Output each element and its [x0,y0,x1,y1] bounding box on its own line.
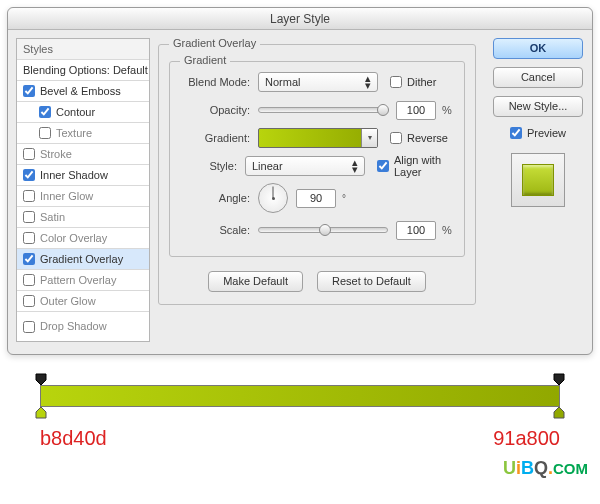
checkbox-color-overlay[interactable] [23,232,35,244]
checkbox-align-layer[interactable]: Align with Layer [377,154,454,178]
slider-scale[interactable] [258,227,388,233]
checkbox-dither-input[interactable] [390,76,402,88]
sidebar-item-stroke[interactable]: Stroke [17,144,149,165]
subgroup-title: Gradient [180,54,230,66]
checkbox-preview[interactable]: Preview [510,127,566,139]
slider-knob[interactable] [377,104,389,116]
row-opacity: Opacity: 100 % [180,96,454,124]
layer-style-dialog: Layer Style Styles Blending Options: Def… [7,7,593,355]
checkbox-outer-glow[interactable] [23,295,35,307]
checkbox-drop-shadow[interactable] [23,321,35,333]
svg-marker-1 [554,374,564,385]
sidebar-item-color-overlay[interactable]: Color Overlay [17,228,149,249]
sidebar-label: Blending Options: Default [23,60,148,81]
sidebar-item-outer-glow[interactable]: Outer Glow [17,291,149,312]
reset-default-button[interactable]: Reset to Default [317,271,426,292]
opacity-stop-left[interactable] [35,373,47,385]
label-style: Style: [180,160,245,172]
select-value: Normal [265,76,300,88]
checkbox-stroke[interactable] [23,148,35,160]
styles-sidebar: Styles Blending Options: Default Bevel &… [16,38,150,342]
chevrons-icon: ▴▾ [352,159,358,173]
dialog-body: Styles Blending Options: Default Bevel &… [8,30,592,354]
group-gradient-overlay: Gradient Overlay Gradient Blend Mode: No… [158,44,476,305]
color-stop-right[interactable] [553,407,565,419]
row-gradient: Gradient: ▾ Reverse [180,124,454,152]
sidebar-item-inner-shadow[interactable]: Inner Shadow [17,165,149,186]
ok-button[interactable]: OK [493,38,583,59]
sidebar-item-blending-options[interactable]: Blending Options: Default [17,60,149,81]
sidebar-label: Satin [40,207,65,228]
sidebar-label: Stroke [40,144,72,165]
input-angle[interactable]: 90 [296,189,336,208]
sidebar-header-styles[interactable]: Styles [17,39,149,60]
select-value: Linear [252,160,283,172]
checkbox-align-input[interactable] [377,160,389,172]
gradient-editor [40,385,560,407]
checkbox-reverse-label: Reverse [407,132,448,144]
hex-labels: b8d40d 91a800 [40,427,560,450]
group-gradient: Gradient Blend Mode: Normal ▴▾ Dither Op… [169,61,465,257]
checkbox-dither[interactable]: Dither [390,76,436,88]
row-style: Style: Linear ▴▾ Align with Layer [180,152,454,180]
label-scale: Scale: [180,224,258,236]
checkbox-inner-glow[interactable] [23,190,35,202]
svg-marker-3 [554,407,564,418]
svg-marker-0 [36,374,46,385]
hex-left: b8d40d [40,427,107,450]
label-angle: Angle: [180,192,258,204]
sidebar-item-inner-glow[interactable]: Inner Glow [17,186,149,207]
window-title: Layer Style [8,8,592,30]
slider-knob[interactable] [319,224,331,236]
group-title: Gradient Overlay [169,37,260,49]
angle-dial[interactable] [258,183,288,213]
checkbox-satin[interactable] [23,211,35,223]
sidebar-item-satin[interactable]: Satin [17,207,149,228]
sidebar-item-drop-shadow[interactable]: Drop Shadow [17,312,149,341]
input-scale[interactable]: 100 [396,221,436,240]
checkbox-preview-input[interactable] [510,127,522,139]
checkbox-bevel-emboss[interactable] [23,85,35,97]
checkbox-pattern-overlay[interactable] [23,274,35,286]
sidebar-item-contour[interactable]: Contour [17,102,149,123]
checkbox-dither-label: Dither [407,76,436,88]
gradient-bar[interactable] [40,385,560,407]
checkbox-reverse-input[interactable] [390,132,402,144]
checkbox-texture[interactable] [39,127,51,139]
main-panel: Gradient Overlay Gradient Blend Mode: No… [150,38,486,342]
input-opacity[interactable]: 100 [396,101,436,120]
checkbox-align-label: Align with Layer [394,154,454,178]
slider-opacity[interactable] [258,107,388,113]
color-stop-left[interactable] [35,407,47,419]
make-default-button[interactable]: Make Default [208,271,303,292]
select-style[interactable]: Linear ▴▾ [245,156,365,176]
preview-box [511,153,565,207]
sidebar-item-gradient-overlay[interactable]: Gradient Overlay [17,249,149,270]
sidebar-label: Bevel & Emboss [40,81,121,102]
cancel-button[interactable]: Cancel [493,67,583,88]
new-style-button[interactable]: New Style... [493,96,583,117]
checkbox-gradient-overlay[interactable] [23,253,35,265]
checkbox-reverse[interactable]: Reverse [390,132,448,144]
chevrons-icon: ▴▾ [365,75,371,89]
opacity-stop-right[interactable] [553,373,565,385]
dial-center [272,197,275,200]
checkbox-contour[interactable] [39,106,51,118]
sidebar-item-bevel-emboss[interactable]: Bevel & Emboss [17,81,149,102]
checkbox-inner-shadow[interactable] [23,169,35,181]
sidebar-label: Inner Glow [40,186,93,207]
sidebar-item-pattern-overlay[interactable]: Pattern Overlay [17,270,149,291]
svg-marker-2 [36,407,46,418]
sidebar-item-texture[interactable]: Texture [17,123,149,144]
right-column: OK Cancel New Style... Preview [486,38,582,342]
sidebar-label: Texture [56,123,92,144]
select-blend-mode[interactable]: Normal ▴▾ [258,72,378,92]
row-blend-mode: Blend Mode: Normal ▴▾ Dither [180,68,454,96]
sidebar-label: Contour [56,102,95,123]
sidebar-label: Inner Shadow [40,165,108,186]
gradient-dropdown-icon[interactable]: ▾ [361,129,377,147]
sidebar-label: Color Overlay [40,228,107,249]
unit-degree: ° [342,193,346,204]
gradient-swatch[interactable]: ▾ [258,128,378,148]
preview-swatch [522,164,554,196]
